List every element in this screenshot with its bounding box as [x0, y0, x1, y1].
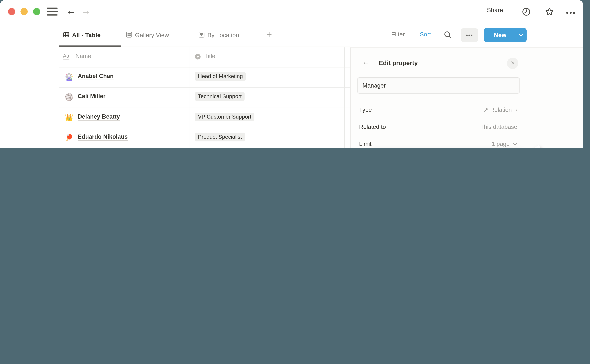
property-name-input[interactable]: Manager — [357, 77, 520, 94]
traffic-light-minimize[interactable] — [20, 8, 28, 15]
share-button[interactable]: Share — [487, 7, 503, 13]
field-value-type[interactable]: ↗ Relation › — [483, 106, 517, 113]
arrow-up-right-icon: ↗ — [483, 106, 488, 113]
text-property-icon: Aa — [63, 53, 69, 60]
field-value-related-to[interactable]: This database — [480, 124, 517, 130]
tab-all-table[interactable]: All - Table — [63, 30, 101, 40]
view-options-button[interactable]: ••• — [461, 28, 478, 42]
column-divider[interactable] — [190, 47, 190, 148]
column-divider[interactable] — [344, 47, 345, 148]
active-tab-underline — [59, 46, 121, 46]
crown-icon: 👑 — [64, 113, 74, 122]
select-property-icon — [195, 54, 201, 59]
traffic-light-zoom[interactable] — [33, 8, 40, 15]
ping-pong-icon: 🏓 — [64, 133, 74, 142]
sort-button[interactable]: Sort — [420, 31, 431, 38]
hamburger-icon[interactable] — [47, 7, 58, 15]
table-header: Aa Name Title — [59, 47, 350, 67]
annotation-arrow-icon — [512, 144, 569, 148]
back-arrow-icon[interactable]: ← — [66, 5, 75, 17]
board-view-icon — [198, 31, 205, 39]
toolbar-divider — [59, 47, 350, 47]
gallery-view-icon — [126, 31, 132, 39]
tab-gallery-view[interactable]: Gallery View — [126, 30, 169, 40]
add-view-button[interactable] — [266, 30, 272, 40]
chevron-right-icon: › — [515, 106, 517, 113]
column-header-title[interactable]: Title — [204, 53, 215, 59]
column-header-name[interactable]: Name — [75, 53, 91, 59]
new-button-label: New — [484, 32, 515, 38]
table-row[interactable]: 👑 Delaney Beatty VP Customer Support — [59, 108, 350, 128]
star-icon[interactable] — [545, 7, 554, 18]
table-row[interactable]: 🏐 Cali Miller Technical Support — [59, 87, 350, 108]
chevron-down-icon[interactable] — [515, 33, 527, 37]
field-label-related-to: Related to — [359, 124, 386, 130]
panel-back-icon[interactable]: ← — [362, 58, 370, 66]
screenshot-stage: ← → Share All - Table Gallery View — [0, 0, 590, 148]
new-button[interactable]: New — [484, 28, 527, 42]
traffic-light-close[interactable] — [8, 8, 15, 15]
notion-window: ← → Share All - Table Gallery View — [0, 0, 583, 148]
field-label-type: Type — [359, 106, 372, 113]
panel-title: Edit property — [379, 59, 418, 67]
table-view-icon — [63, 31, 69, 39]
ferris-wheel-icon: 🎡 — [64, 73, 74, 81]
table-row[interactable]: 🎡 Anabel Chan Head of Marketing — [59, 67, 350, 88]
edit-property-panel: ← Edit property × Manager Type ↗ Relatio… — [350, 47, 583, 148]
tab-label: Gallery View — [135, 32, 169, 39]
ellipsis-icon[interactable] — [566, 9, 576, 16]
forward-arrow-icon[interactable]: → — [82, 5, 91, 17]
clock-icon[interactable] — [522, 7, 531, 18]
plus-icon — [266, 32, 272, 39]
table-row[interactable]: 🏓 Eduardo Nikolaus Product Specialist — [59, 128, 350, 148]
tab-label: By Location — [207, 32, 239, 39]
field-label-limit: Limit — [359, 141, 372, 147]
close-icon[interactable]: × — [507, 58, 518, 69]
search-icon[interactable] — [444, 31, 452, 40]
tab-by-location[interactable]: By Location — [198, 30, 239, 40]
tab-label: All - Table — [72, 32, 101, 39]
volleyball-icon: 🏐 — [64, 93, 74, 101]
filter-button[interactable]: Filter — [391, 31, 405, 38]
